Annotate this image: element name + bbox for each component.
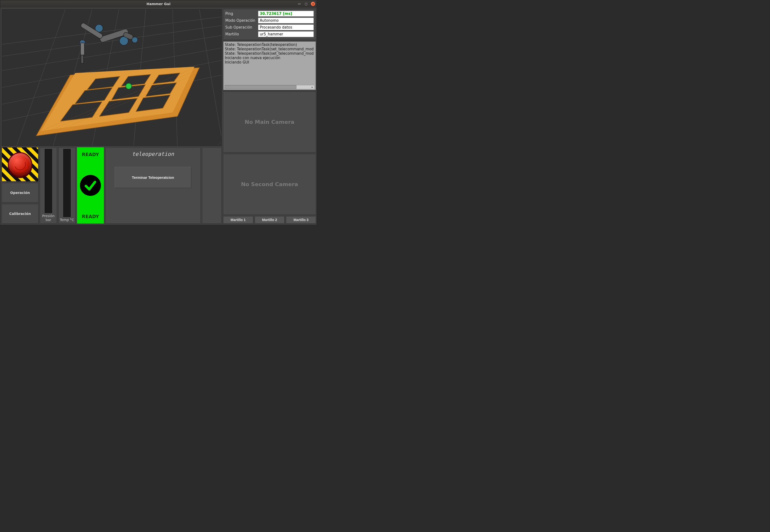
ready-bottom-label: READY [82,214,99,219]
ready-panel: READY READY [77,147,104,223]
svg-point-35 [132,37,138,43]
mode-label: Modo Operación [225,18,256,23]
maximize-button[interactable]: ▢ [304,2,308,6]
calibration-button[interactable]: Calibración [2,204,38,223]
target-marker-icon [126,83,132,89]
ready-check-icon [80,175,101,196]
status-panel: Ping 30.723617 [ms] Modo Operación Auton… [223,9,316,40]
teleop-title: teleoperation [132,151,174,157]
mode-value: Autonomo [258,18,314,23]
hammer-2-button[interactable]: Martillo 2 [255,216,285,223]
estop-button[interactable] [8,152,32,177]
estop-panel [2,147,38,181]
ping-label: Ping [225,11,256,16]
subop-label: Sub Operación [225,25,256,30]
resize-grip-icon[interactable]: ⋰ [218,142,221,145]
minimize-button[interactable]: — [297,2,301,6]
rviz-viewport[interactable]: ⋰ [2,9,222,146]
titlebar: Hammer Gui — ▢ ✕ [0,0,317,8]
main-camera-placeholder: No Main Camera [245,119,294,125]
window-title: Hammer Gui [147,2,170,6]
log-scrollbar[interactable]: ◂ ▸ [225,85,314,89]
temperature-bar-icon [63,149,71,217]
svg-rect-32 [80,43,84,55]
svg-rect-33 [81,55,83,63]
ready-top-label: READY [82,152,99,157]
second-camera-box: No Second Camera [223,154,316,215]
app-window: Hammer Gui — ▢ ✕ [0,0,317,225]
bottom-row: Operación Calibración Presión bar Temp °… [2,147,222,223]
subop-value: Procesando datos [258,24,314,30]
bottom-spacer-panel [202,147,222,223]
pressure-label: Presión bar [41,214,56,222]
scene-3d [2,9,221,146]
pressure-bar-icon [45,149,52,213]
hammer-tab-row: Martillo 1 Martillo 2 Martillo 3 [223,216,316,223]
main-camera-box: No Main Camera [223,92,316,152]
log-text: State: TeleoperationTask(teleoperation) … [225,43,314,85]
scroll-thumb[interactable] [225,85,296,89]
operation-button[interactable]: Operación [2,183,38,202]
temperature-label: Temp °C [60,218,74,222]
close-button[interactable]: ✕ [311,2,315,6]
hammer-1-button[interactable]: Martillo 1 [223,216,253,223]
estop-column: Operación Calibración [2,147,38,223]
second-camera-placeholder: No Second Camera [241,181,298,187]
content-area: ⋰ Ping 30.723617 [ms] Modo Operación Aut… [0,8,317,225]
teleop-panel: teleoperation Terminar Teleoperatcion [105,147,201,223]
hammer-label: Martillo [225,32,256,36]
log-panel: State: TeleoperationTask(teleoperation) … [223,41,316,90]
end-teleop-button[interactable]: Terminar Teleoperatcion [115,167,191,188]
hammer-value: ur5_hammer [258,31,314,37]
temperature-gauge: Temp °C [58,147,75,223]
scroll-right-icon[interactable]: ▸ [310,85,314,89]
ping-value: 30.723617 [ms] [258,11,314,17]
hammer-3-button[interactable]: Martillo 3 [286,216,316,223]
right-column: Ping 30.723617 [ms] Modo Operación Auton… [223,9,316,223]
pressure-gauge: Presión bar [40,147,57,223]
window-controls: — ▢ ✕ [297,2,315,6]
